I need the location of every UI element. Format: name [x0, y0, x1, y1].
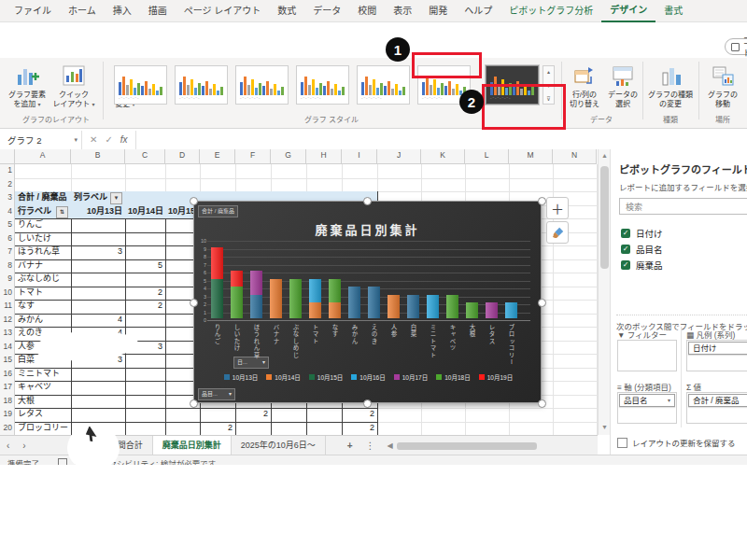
chart-bar[interactable]: [446, 295, 458, 319]
row-header[interactable]: 9: [0, 273, 15, 287]
row-header[interactable]: 12: [0, 314, 15, 329]
grid-cell[interactable]: [377, 164, 422, 179]
grid-cell[interactable]: [509, 178, 554, 193]
change-chart-type-button[interactable]: グラフの種類 の変更: [646, 62, 695, 116]
row-header[interactable]: 4: [0, 205, 15, 220]
grid-cell[interactable]: [553, 368, 598, 383]
grid-cell[interactable]: レタス: [15, 408, 72, 423]
grid-cell[interactable]: [377, 422, 422, 436]
grid-cell[interactable]: [125, 218, 166, 233]
zone-box[interactable]: 品目名▾: [617, 392, 677, 424]
vertical-scrollbar[interactable]: ▲ ▼: [598, 149, 611, 435]
grid-cell[interactable]: 4: [71, 314, 126, 329]
horizontal-scrollbar[interactable]: [397, 442, 537, 450]
grid-cell[interactable]: [71, 232, 126, 247]
selection-handle[interactable]: [363, 399, 372, 408]
grid-cell[interactable]: [125, 164, 166, 179]
chart-style-thumbnail[interactable]: ᵕᵔᵕᵔᵕᵔᵕᵔᵕ: [114, 65, 167, 105]
row-header[interactable]: 5: [0, 218, 15, 233]
chart-bar[interactable]: [407, 295, 419, 319]
ribbon-tab[interactable]: 校閲: [349, 0, 385, 21]
hscroll-left-icon[interactable]: ◀: [388, 441, 393, 450]
chart-bar[interactable]: [309, 279, 321, 319]
grid-cell[interactable]: 10月14日: [125, 205, 166, 220]
chart-style-thumbnail[interactable]: ᵕᵔᵕᵔᵕᵔᵕᵔᵕ: [175, 65, 228, 105]
select-all-corner[interactable]: [0, 149, 15, 164]
grid-cell[interactable]: なす: [15, 300, 72, 315]
grid-cell[interactable]: [15, 164, 72, 179]
row-header[interactable]: 7: [0, 245, 15, 260]
pivot-chart[interactable]: 合計 / 廃棄品 廃棄品日別集計 日... ▾ 10月13日10月14日10月1…: [193, 201, 542, 403]
select-data-button[interactable]: データの 選択: [604, 62, 641, 116]
grid-cell[interactable]: [465, 164, 510, 179]
gallery-up-icon[interactable]: ▴: [547, 68, 550, 75]
zone-box[interactable]: [617, 340, 677, 371]
grid-cell[interactable]: 2: [235, 408, 272, 423]
row-header[interactable]: 6: [0, 232, 15, 247]
grid-cell[interactable]: [125, 422, 166, 436]
grid-cell[interactable]: [342, 178, 378, 193]
grid-cell[interactable]: [125, 273, 166, 287]
chart-bar[interactable]: [289, 279, 302, 319]
comments-button[interactable]: コメント: [725, 38, 747, 55]
grid-cell[interactable]: [553, 381, 598, 396]
grid-cell[interactable]: [421, 164, 466, 179]
grid-cell[interactable]: しいたけ: [15, 232, 72, 247]
row-header[interactable]: 2: [0, 178, 15, 193]
grid-cell[interactable]: [553, 259, 598, 274]
column-header[interactable]: L: [465, 149, 509, 164]
add-chart-element-button[interactable]: グラフ要素 を追加 ▾: [6, 62, 49, 116]
quick-layout-button[interactable]: クイック レイアウト ▾: [52, 62, 95, 116]
sheet-tab[interactable]: 廃棄品日別集計: [153, 436, 232, 456]
grid-cell[interactable]: [200, 164, 236, 179]
defer-layout-checkbox[interactable]: レイアウトの更新を保留する: [617, 437, 736, 448]
selection-handle[interactable]: [190, 299, 198, 307]
grid-cell[interactable]: ブロッコリー: [15, 422, 72, 436]
chart-bar[interactable]: [250, 271, 262, 318]
grid-cell[interactable]: [553, 327, 598, 342]
selection-handle[interactable]: [538, 399, 546, 408]
grid-cell[interactable]: [271, 164, 307, 179]
grid-cell[interactable]: [235, 164, 272, 179]
grid-cell[interactable]: [553, 178, 598, 193]
column-header[interactable]: M: [509, 149, 553, 164]
column-header[interactable]: D: [165, 149, 200, 164]
grid-cell[interactable]: [553, 300, 598, 315]
grid-cell[interactable]: [271, 408, 307, 423]
ribbon-tab[interactable]: 描画: [140, 0, 176, 21]
grid-cell[interactable]: [271, 178, 307, 193]
grid-cell[interactable]: [553, 408, 598, 423]
chart-bar[interactable]: [388, 295, 400, 319]
selection-handle[interactable]: [538, 299, 546, 307]
sheet-more-button[interactable]: ⋮: [359, 441, 382, 451]
row-header[interactable]: 19: [0, 408, 15, 423]
grid-cell[interactable]: [553, 314, 598, 329]
grid-cell[interactable]: [125, 232, 166, 247]
selection-handle[interactable]: [363, 197, 372, 205]
field-pill[interactable]: 品目名▾: [619, 394, 675, 407]
add-sheet-button[interactable]: +: [341, 441, 359, 451]
grid-cell[interactable]: [165, 408, 201, 423]
sheet-tab[interactable]: 2025年の10月6日～: [232, 436, 326, 456]
column-header[interactable]: B: [71, 149, 125, 164]
name-box[interactable]: グラフ 2 ▾: [0, 131, 82, 149]
chart-bar[interactable]: [211, 247, 223, 319]
grid-cell[interactable]: トマト: [15, 287, 72, 301]
chart-styles-brush-button[interactable]: [546, 221, 569, 244]
grid-cell[interactable]: [71, 218, 126, 233]
grid-cell[interactable]: [71, 287, 126, 301]
grid-cell[interactable]: 10月13日: [71, 205, 126, 220]
fields-search-input[interactable]: 検索: [619, 198, 747, 215]
column-header[interactable]: G: [271, 149, 306, 164]
ribbon-tab[interactable]: 数式: [269, 0, 304, 21]
ribbon-tab[interactable]: デザイン: [601, 0, 655, 22]
grid-cell[interactable]: [125, 314, 166, 329]
grid-cell[interactable]: りんご: [15, 218, 72, 233]
grid-cell[interactable]: 5: [125, 259, 166, 274]
column-header[interactable]: N: [553, 149, 597, 164]
grid-cell[interactable]: [553, 354, 598, 369]
grid-cell[interactable]: [235, 178, 272, 193]
row-header[interactable]: 1: [0, 164, 15, 179]
grid-cell[interactable]: [200, 178, 236, 193]
enter-icon[interactable]: ✓: [105, 134, 112, 145]
